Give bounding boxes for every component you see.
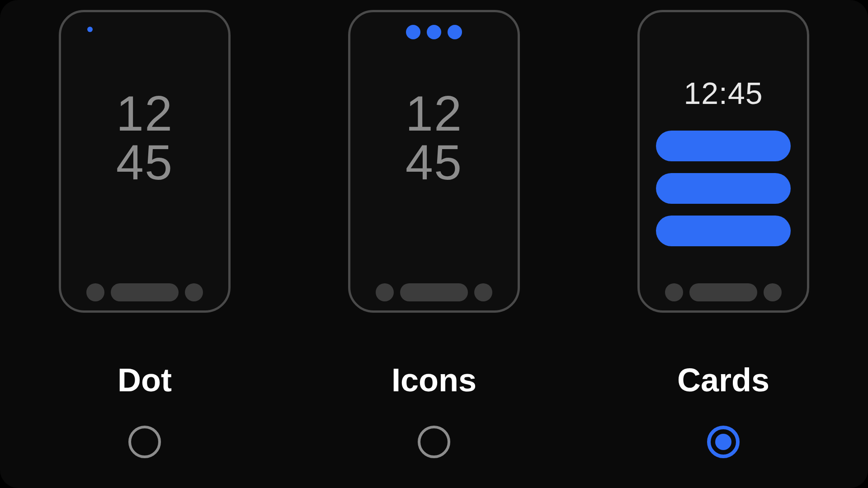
options-row: 12 45 Dot 12 (0, 10, 868, 458)
nav-home-pill-icon (689, 283, 757, 301)
phone-preview-icons: 12 45 (348, 10, 520, 313)
nav-recents-icon (474, 283, 492, 301)
nav-back-icon (665, 283, 683, 301)
option-icons[interactable]: 12 45 Icons (294, 10, 574, 458)
notification-card-icon (656, 216, 791, 246)
notification-dot-icon (87, 27, 93, 32)
notification-icon (427, 25, 441, 39)
option-cards-label: Cards (677, 361, 769, 399)
nav-recents-icon (764, 283, 782, 301)
phone-preview-cards: 12:45 (637, 10, 809, 313)
option-cards[interactable]: 12:45 Cards (583, 10, 863, 458)
clock-hours: 12 (61, 89, 228, 138)
clock-display: 12 45 (61, 89, 228, 187)
notification-cards-stack (656, 131, 791, 246)
navbar-icon (350, 283, 518, 301)
nav-home-pill-icon (111, 283, 179, 301)
notification-icon (406, 25, 420, 39)
nav-back-icon (376, 283, 394, 301)
notification-card-icon (656, 173, 791, 204)
notification-icons-row (350, 25, 518, 39)
navbar-icon (61, 283, 228, 301)
clock-minutes: 45 (350, 138, 518, 187)
notification-style-chooser: 12 45 Dot 12 (0, 0, 868, 488)
nav-recents-icon (185, 283, 203, 301)
radio-icons[interactable] (418, 426, 450, 458)
navbar-icon (640, 283, 807, 301)
radio-cards[interactable] (707, 426, 740, 458)
option-icons-label: Icons (392, 361, 476, 399)
clock-minutes: 45 (61, 138, 228, 187)
nav-back-icon (86, 283, 104, 301)
clock-display: 12 45 (350, 89, 518, 187)
phone-preview-dot: 12 45 (59, 10, 231, 313)
clock-hours: 12 (350, 89, 518, 138)
radio-dot[interactable] (128, 426, 161, 458)
option-dot[interactable]: 12 45 Dot (5, 10, 285, 458)
clock-display-small: 12:45 (640, 75, 807, 111)
nav-home-pill-icon (400, 283, 468, 301)
notification-card-icon (656, 131, 791, 161)
notification-icon (448, 25, 462, 39)
option-dot-label: Dot (118, 361, 172, 399)
